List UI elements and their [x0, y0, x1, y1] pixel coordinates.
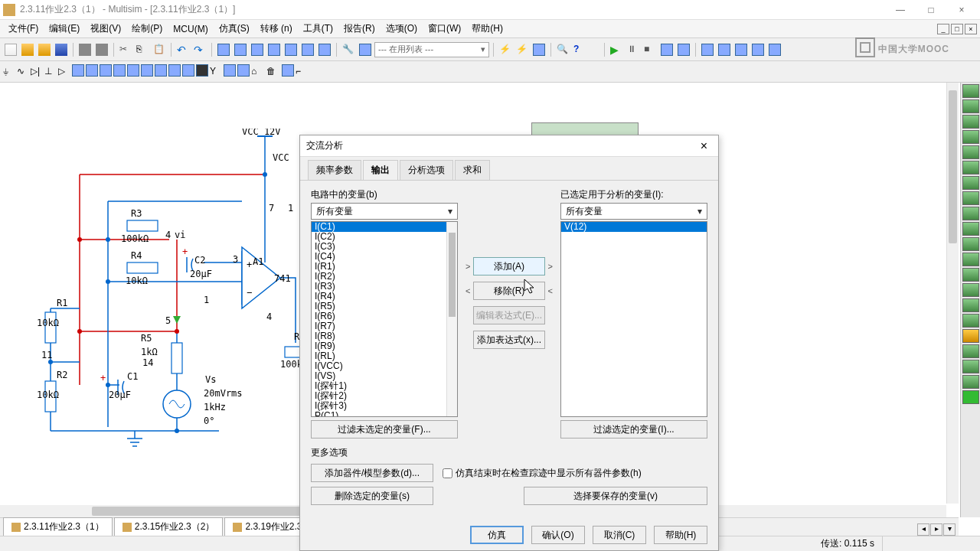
menu-draw[interactable]: 绘制(P) [126, 22, 168, 35]
grid4-icon[interactable] [266, 42, 282, 57]
tab-analysis-options[interactable]: 分析选项 [400, 160, 453, 180]
menu-edit[interactable]: 编辑(E) [44, 22, 85, 35]
print-icon[interactable] [94, 42, 109, 57]
add-model-param-button[interactable]: 添加器件/模型参数(d)... [311, 464, 433, 482]
grid6-icon[interactable] [300, 42, 315, 57]
tab-output[interactable]: 输出 [363, 160, 398, 180]
dialog-titlebar[interactable]: 交流分析 × [300, 135, 718, 157]
hier-icon[interactable] [282, 64, 294, 79]
comp-em-icon[interactable] [182, 64, 194, 79]
instrument-tek-icon[interactable] [962, 314, 979, 328]
inst1-icon[interactable] [700, 42, 715, 57]
menu-report[interactable]: 报告(R) [338, 22, 381, 35]
instrument-iv-icon[interactable] [962, 237, 979, 251]
show-all-params-input[interactable] [443, 468, 452, 478]
instrument-freq-icon[interactable] [962, 176, 979, 190]
maximize-button[interactable]: □ [916, 1, 946, 19]
simulate-button[interactable]: 仿真 [470, 526, 524, 544]
circuit-vars-dropdown[interactable]: 所有变量 [311, 203, 458, 220]
close-button[interactable]: × [946, 1, 977, 19]
edit-expression-button[interactable]: 编辑表达式(E)... [473, 306, 544, 324]
instrument-scope-icon[interactable] [962, 130, 979, 144]
tab-2[interactable]: 2.3.15作业2.3（2） [114, 517, 224, 536]
comp-basic-icon[interactable]: ∿ [17, 66, 29, 78]
menu-view[interactable]: 视图(V) [85, 22, 126, 35]
print-preview-icon[interactable] [77, 42, 93, 57]
instrument-conv-icon[interactable] [962, 222, 979, 236]
save-icon[interactable] [54, 42, 69, 57]
tab-list-icon[interactable]: ▾ [943, 523, 956, 536]
copy-icon[interactable]: ⎘ [135, 42, 150, 57]
redo-icon[interactable]: ↷ [192, 42, 207, 57]
ok-button[interactable]: 确认(O) [531, 526, 585, 544]
instrument-cur-icon[interactable] [962, 375, 979, 389]
instrument-multimeter-icon[interactable] [962, 84, 979, 98]
tab-frequency[interactable]: 频率参数 [308, 160, 361, 180]
pause-icon[interactable]: ⏸ [626, 42, 641, 57]
sim2-icon[interactable] [676, 42, 691, 57]
comp-source-icon[interactable]: ⏚ [3, 66, 15, 78]
comp-bus-icon[interactable]: ⌂ [251, 66, 263, 78]
paste-icon[interactable]: 📋 [152, 42, 167, 57]
grid5-icon[interactable] [283, 42, 299, 57]
menu-mcu[interactable]: MCU(M) [168, 24, 213, 34]
selected-vars-list[interactable]: V(12) [560, 221, 707, 417]
comp-mixed-icon[interactable] [113, 64, 126, 79]
comp-adv-icon[interactable] [237, 64, 250, 79]
menu-file[interactable]: 文件(F) [3, 22, 44, 35]
run-icon[interactable]: ▶ [609, 42, 624, 57]
grid7-icon[interactable] [317, 42, 332, 57]
grid-icon[interactable] [216, 42, 231, 57]
open2-icon[interactable] [37, 42, 52, 57]
comp-transistor-icon[interactable]: ⊥ [44, 66, 57, 78]
instrument-probe-icon[interactable] [962, 329, 979, 343]
component-combo[interactable]: --- 在用列表 --- [374, 42, 489, 57]
instrument-4ch-icon[interactable] [962, 145, 979, 159]
undo-icon[interactable]: ↶ [175, 42, 191, 57]
comp-ind-icon[interactable] [127, 64, 139, 79]
inst2-icon[interactable] [717, 42, 732, 57]
instrument-ag-icon[interactable] [962, 298, 979, 312]
delete-selected-var-button[interactable]: 删除选定的变量(s) [311, 487, 433, 505]
comp-rf-icon[interactable] [168, 64, 181, 79]
comp-misc-icon[interactable] [100, 64, 112, 79]
instrument-funcgen-icon[interactable] [962, 99, 979, 113]
cancel-button[interactable]: 取消(C) [593, 526, 646, 544]
comp-analog-icon[interactable]: ▷ [58, 66, 70, 78]
instrument-ni-icon[interactable] [962, 360, 979, 373]
filter-selected-button[interactable]: 过滤选定的变量(I)... [560, 420, 707, 439]
mdi-restore[interactable]: □ [951, 24, 963, 34]
instrument-net-icon[interactable] [962, 283, 979, 297]
menu-transfer[interactable]: 转移 (n) [255, 22, 298, 35]
new-icon[interactable] [3, 42, 18, 57]
mdi-close[interactable]: × [965, 24, 977, 34]
show-all-params-checkbox[interactable]: 仿真结束时在检查踪迹中显示所有器件参数(h) [443, 467, 707, 480]
comp-power-icon[interactable] [141, 64, 153, 79]
grid2-icon[interactable] [233, 42, 248, 57]
mdi-minimize[interactable]: _ [937, 24, 949, 34]
component-icon[interactable]: 🔧 [341, 42, 356, 57]
grid3-icon[interactable] [250, 42, 265, 57]
cut-icon[interactable]: ✂ [118, 42, 133, 57]
instrument-logic-icon[interactable] [962, 207, 979, 220]
menu-tools[interactable]: 工具(T) [298, 22, 338, 35]
comp-mcu-icon[interactable] [224, 64, 236, 79]
component2-icon[interactable] [358, 42, 373, 57]
probe1-icon[interactable]: ⚡ [498, 42, 513, 57]
instrument-bode-icon[interactable] [962, 161, 979, 174]
tab-prev-icon[interactable]: ◂ [917, 523, 929, 536]
inst4-icon[interactable] [750, 42, 766, 57]
add-button[interactable]: 添加(A) [473, 257, 544, 276]
place-icon[interactable]: 🗑 [266, 66, 279, 78]
instrument-dist-icon[interactable] [962, 253, 979, 266]
tab-next-icon[interactable]: ▸ [930, 523, 942, 536]
probe2-icon[interactable]: ⚡ [514, 42, 530, 57]
comp-ttl-icon[interactable] [72, 64, 84, 79]
instrument-meas-icon[interactable] [962, 390, 979, 404]
comp-conn-icon[interactable]: Y [210, 66, 222, 78]
vertical-scrollbar[interactable] [946, 83, 959, 504]
list-item[interactable]: V(12) [561, 222, 707, 232]
hier2-icon[interactable]: ⌐ [296, 66, 308, 78]
remove-button[interactable]: 移除(R) [473, 282, 544, 300]
stop-icon[interactable]: ■ [642, 42, 658, 57]
